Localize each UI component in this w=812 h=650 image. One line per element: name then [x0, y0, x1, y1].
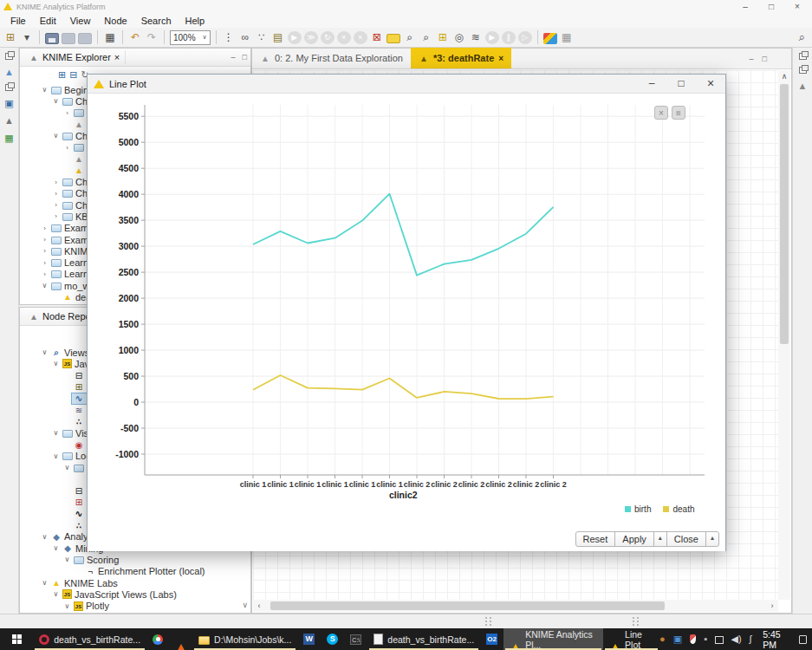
outline-mini-icon[interactable] — [799, 67, 807, 74]
editor-vertical-scrollbar[interactable]: ∧ — [778, 70, 790, 600]
expander-icon[interactable]: ∨ — [40, 86, 49, 94]
expander-icon[interactable]: ∨ — [51, 132, 61, 140]
expander-icon[interactable]: ∨ — [40, 348, 49, 356]
repo-item-enrichment-plotter-local-[interactable]: ⌐Enrichment Plotter (local) — [20, 566, 250, 577]
menu-search[interactable]: Search — [134, 15, 179, 27]
cancel-all-icon[interactable]: × — [354, 31, 367, 44]
expander-icon[interactable]: ∨ — [51, 360, 61, 367]
tray-network-icon[interactable] — [715, 636, 723, 644]
editor-horizontal-scrollbar[interactable]: ‹ › — [253, 600, 778, 612]
add-table-icon[interactable]: ⊞ — [436, 30, 450, 44]
redo-icon[interactable]: ↷ — [145, 30, 159, 44]
save-icon[interactable] — [45, 33, 59, 44]
menu-node[interactable]: Node — [97, 15, 133, 27]
new-workflow-icon[interactable]: ⊞ — [3, 30, 17, 44]
execute-icon[interactable]: ▶ — [288, 31, 302, 44]
expander-icon[interactable]: ∨ — [51, 452, 61, 460]
task-chrome[interactable] — [146, 628, 169, 650]
zoom-view-icon[interactable]: ⌕ — [419, 30, 433, 44]
expander-icon[interactable]: ∨ — [62, 464, 72, 471]
node-repository-scroll-down-icon[interactable]: ∨ — [242, 601, 248, 609]
open-view-icon[interactable]: ⌕ — [403, 30, 417, 44]
apply-dropdown-icon[interactable]: ▴ — [653, 531, 667, 547]
tray-pen-icon[interactable]: ʃ — [750, 634, 751, 645]
new-workflow-dropdown-icon[interactable]: ▾ — [20, 30, 34, 44]
tray-app-orange-icon[interactable]: ● — [659, 634, 666, 645]
loop-execution-icon[interactable]: ∞ — [238, 30, 252, 44]
execute-and-open-views-icon[interactable]: ↻ — [321, 31, 335, 44]
menu-file[interactable]: File — [3, 15, 33, 27]
task-explorer-folder[interactable]: D:\Mohsin\Jobs\k... — [192, 628, 297, 650]
hme-view-icon[interactable]: ≋ — [469, 30, 483, 44]
window-close-button[interactable]: × — [784, 1, 810, 13]
vertical-scroll-thumb[interactable] — [780, 84, 789, 344]
repo-item-plotly[interactable]: ∨JSPlotly — [20, 601, 250, 612]
expander-icon[interactable]: ∨ — [51, 590, 61, 598]
layout-editor-icon[interactable]: ▦ — [560, 30, 574, 44]
tray-app-gray-icon[interactable]: ▪ — [704, 634, 707, 645]
expander-icon[interactable]: › — [51, 201, 61, 209]
close-button[interactable]: Close — [666, 531, 706, 547]
play-stream-icon[interactable]: ▶ — [485, 31, 499, 44]
expander-icon[interactable]: › — [40, 247, 49, 255]
pane-restore-mid-icon[interactable] — [5, 84, 13, 91]
taskbar-clock[interactable]: 5:45 PM — [759, 629, 791, 650]
scroll-left-icon[interactable]: ‹ — [253, 601, 265, 610]
chart-menu-button[interactable]: ≡ — [672, 106, 685, 120]
editor-tab--3-deathrate[interactable]: ▲*3: deathRate× — [411, 48, 511, 68]
knime-explorer-mini-icon[interactable]: ▲ — [4, 67, 14, 77]
task-doc-death-vs-birthrate[interactable]: death_vs_birthRate... — [367, 628, 480, 650]
favorite-nodes-mini-icon[interactable]: ▲ — [4, 115, 14, 126]
horizontal-scroll-thumb[interactable] — [270, 601, 665, 610]
editor-minimize-button[interactable]: – — [750, 55, 754, 63]
task-cmd[interactable]: C:\ — [344, 628, 367, 650]
task-browser-death-vs-birthrate[interactable]: death_vs_birthRate... — [33, 628, 146, 650]
tray-defender-shield-icon[interactable] — [690, 634, 696, 644]
zoom-level-combo[interactable]: 100%∨ — [170, 30, 211, 45]
expander-icon[interactable]: › — [40, 270, 49, 278]
expander-icon[interactable]: › — [40, 236, 49, 244]
scroll-right-icon[interactable]: › — [766, 601, 778, 610]
auto-layout-icon[interactable]: ⋮ — [222, 30, 236, 44]
undo-icon[interactable]: ↶ — [128, 30, 142, 44]
task-line-plot[interactable]: Line Plot — [603, 628, 659, 650]
save-as-icon[interactable] — [62, 33, 75, 44]
menu-view[interactable]: View — [63, 15, 98, 27]
workflow-compare-icon[interactable]: ▦ — [103, 30, 117, 44]
expander-icon[interactable]: ∨ — [62, 602, 72, 610]
tab-close-icon[interactable]: × — [498, 54, 503, 63]
expander-icon[interactable]: ∨ — [51, 544, 61, 552]
expander-icon[interactable]: ∨ — [62, 556, 72, 563]
chart-fullscreen-button[interactable]: × — [654, 106, 668, 120]
menu-edit[interactable]: Edit — [33, 15, 63, 27]
window-minimize-button[interactable]: – — [732, 1, 758, 13]
explorer-tab-close-icon[interactable]: × — [114, 52, 120, 62]
reset-button[interactable]: Reset — [575, 531, 616, 547]
explorer-maximize-button[interactable]: □ — [243, 53, 247, 62]
pause-stream-icon[interactable]: ∥ — [502, 31, 516, 44]
editor-maximize-button[interactable]: □ — [763, 55, 767, 63]
edit-annotation-icon[interactable]: ▤ — [271, 30, 285, 44]
expander-icon[interactable]: ∨ — [40, 533, 49, 541]
dialog-close-button[interactable]: × — [696, 75, 725, 93]
dialog-maximize-button[interactable]: □ — [666, 75, 696, 93]
explorer-minimize-button[interactable]: – — [231, 53, 236, 62]
task-word[interactable]: W — [297, 628, 321, 650]
task-skype[interactable]: S — [321, 628, 344, 650]
dialog-title-bar[interactable]: Line Plot – □ × — [88, 75, 725, 94]
expander-icon[interactable]: › — [62, 144, 72, 152]
task-vlc[interactable] — [169, 628, 192, 650]
expander-icon[interactable]: › — [51, 212, 61, 220]
tray-volume-icon[interactable]: ◀) — [731, 634, 742, 645]
expander-icon[interactable]: ∨ — [51, 429, 61, 437]
bd-view-icon[interactable]: ◎ — [452, 30, 466, 44]
expander-icon[interactable]: ∨ — [40, 282, 49, 289]
editor-tab-0-2-my-first-data-exploration[interactable]: ▲0: 2. My First Data Exploration — [252, 48, 411, 68]
cancel-icon[interactable]: × — [337, 31, 351, 44]
task-knime[interactable]: KNIME Analytics Pl... — [503, 628, 603, 650]
dialog-minimize-button[interactable]: – — [637, 75, 666, 93]
expander-icon[interactable]: › — [40, 224, 49, 232]
clear-table-icon[interactable]: ⊠ — [370, 30, 384, 44]
action-center-icon[interactable] — [799, 635, 807, 644]
scroll-up-icon[interactable]: ∧ — [778, 70, 790, 81]
